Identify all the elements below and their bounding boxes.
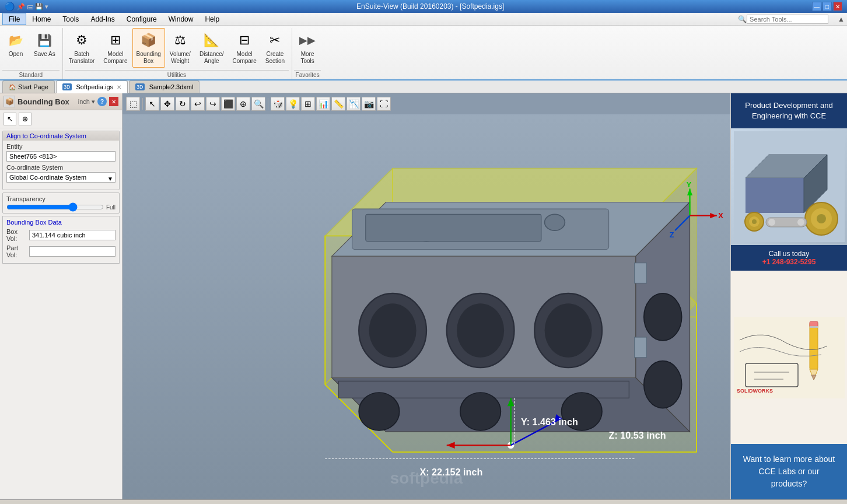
ad-mid-section: SOLIDWORKS [731, 271, 847, 444]
menu-item-home[interactable]: Home [26, 13, 57, 25]
svg-rect-68 [810, 323, 818, 369]
ribbon-btn-open[interactable]: 📂 Open [2, 28, 29, 61]
tab-softpedia-igs[interactable]: 3D Softpedia.igs ✕ [56, 80, 128, 93]
ad-image-area[interactable] [731, 128, 847, 245]
tab-sample-3dxml[interactable]: 3D Sample2.3dxml [129, 80, 200, 93]
transparency-slider[interactable] [6, 204, 104, 211]
coord-dropdown[interactable]: Global Co-ordinate System Custom [6, 172, 116, 183]
ribbon-group-utilities: ⚙ BatchTranslator ⊞ ModelCompare 📦 Bound… [65, 28, 289, 79]
ad-bottom-text: Want to learn more about CCE Labs or our… [731, 444, 847, 499]
batch-translator-icon: ⚙ [72, 31, 91, 50]
vt-fullscreen-btn[interactable]: ⛶ [377, 97, 391, 111]
svg-point-24 [545, 214, 565, 230]
bbox-data-title: Bounding Box Data [6, 219, 116, 226]
svg-point-65 [768, 219, 775, 226]
tab-softpedia-label: Softpedia.igs [76, 83, 114, 90]
menu-item-addins[interactable]: Add-Ins [85, 13, 120, 25]
vt-select-btn[interactable]: ⬚ [126, 97, 140, 111]
model-compare2-icon: ⊟ [235, 31, 254, 50]
ad-call-section: Call us today +1 248-932-5295 [731, 245, 847, 271]
ribbon-btn-create-section[interactable]: ✂ CreateSection [261, 28, 289, 68]
more-tools-icon: ▶▶ [298, 31, 317, 50]
ribbon-btn-saveas[interactable]: 💾 Save As [30, 28, 60, 61]
vt-move-btn[interactable]: ✥ [160, 97, 174, 111]
status-bar [0, 499, 847, 504]
vt-view-btn[interactable]: 🎲 [271, 97, 285, 111]
vt-cursor-btn[interactable]: ↖ [145, 97, 159, 111]
vt-analysis-btn[interactable]: 📉 [346, 97, 360, 111]
start-page-icon: 🏠 [9, 84, 16, 90]
svg-rect-25 [366, 214, 541, 241]
model-viewport-svg: Y: 1.463 inch X: 22.152 inch Z: 10.53 in… [123, 114, 730, 499]
vt-box-select-btn[interactable]: ⬛ [221, 97, 235, 111]
transparency-full-label: Full [106, 204, 116, 211]
svg-rect-27 [635, 337, 647, 358]
panel-help-button[interactable]: ? [97, 97, 107, 106]
entity-input[interactable] [6, 151, 116, 162]
vt-section-btn[interactable]: 📊 [316, 97, 330, 111]
panel-header: 📦 Bounding Box inch ▾ ? ✕ [0, 93, 122, 110]
window-title: EnSuite-View (Build 20160203) - [Softped… [48, 2, 812, 10]
tab-softpedia-close[interactable]: ✕ [117, 84, 121, 90]
maximize-button[interactable]: □ [822, 2, 832, 11]
tabs-bar: 🏠 Start Page 3D Softpedia.igs ✕ 3D Sampl… [0, 80, 847, 93]
create-section-icon: ✂ [265, 31, 284, 50]
menu-item-window[interactable]: Window [163, 13, 200, 25]
panel-close-button[interactable]: ✕ [109, 97, 118, 106]
panel-unit[interactable]: inch ▾ [78, 98, 95, 106]
ribbon-btn-bounding-box[interactable]: 📦 BoundingBox [132, 28, 165, 68]
svg-rect-26 [635, 263, 647, 284]
ribbon-collapse-button[interactable]: ▲ [838, 15, 845, 23]
svg-text:Z: 10.53 inch: Z: 10.53 inch [609, 430, 666, 440]
part-vol-label: Part Vol: [6, 244, 27, 258]
minimize-button[interactable]: — [812, 2, 821, 11]
ribbon-group-standard: 📂 Open 💾 Save As Standard [2, 28, 60, 79]
svg-text:Z: Z [670, 230, 674, 239]
panel-icon-select[interactable]: ↖ [4, 113, 16, 125]
ribbon-btn-volume-weight[interactable]: ⚖ Volume/Weight [166, 28, 195, 68]
ribbon-group-favorites-label: Favorites [294, 70, 321, 79]
close-window-button[interactable]: ✕ [833, 2, 842, 11]
ribbon-btn-batch-translator[interactable]: ⚙ BatchTranslator [65, 28, 99, 68]
vt-wire-btn[interactable]: ⊞ [301, 97, 315, 111]
vt-zoom-fit-btn[interactable]: ⊕ [236, 97, 250, 111]
svg-point-63 [752, 219, 757, 224]
vt-redo-btn[interactable]: ↪ [206, 97, 220, 111]
ribbon-btn-model-compare2[interactable]: ⊟ ModelCompare [229, 28, 261, 68]
box-vol-input[interactable] [29, 230, 116, 240]
ribbon-btn-model-compare[interactable]: ⊞ ModelCompare [99, 28, 131, 68]
vt-undo-btn[interactable]: ↩ [191, 97, 205, 111]
ribbon-group-favorites: ▶▶ MoreTools Favorites [294, 28, 321, 79]
tab-start-page[interactable]: 🏠 Start Page [2, 80, 55, 93]
part-vol-input[interactable] [29, 246, 116, 257]
menu-item-tools[interactable]: Tools [57, 13, 85, 25]
ribbon: 📂 Open 💾 Save As Standard ⚙ BatchTransla… [0, 26, 847, 80]
vt-rotate-btn[interactable]: ↻ [176, 97, 190, 111]
menu-item-help[interactable]: Help [199, 13, 225, 25]
distance-angle-icon: 📐 [202, 31, 221, 50]
ribbon-btn-more-tools[interactable]: ▶▶ MoreTools [294, 28, 321, 68]
menu-item-file[interactable]: File [2, 13, 26, 25]
svg-point-29 [359, 393, 399, 430]
vt-zoom-in-btn[interactable]: 🔍 [251, 97, 265, 111]
svg-point-60 [817, 214, 826, 223]
ad-call-text: Call us today [736, 250, 842, 258]
vt-camera-btn[interactable]: 📷 [362, 97, 376, 111]
vt-display-btn[interactable]: 💡 [286, 97, 300, 111]
menu-item-configure[interactable]: Configure [121, 13, 163, 25]
vt-measure-btn[interactable]: 📏 [331, 97, 345, 111]
panel-icon-align[interactable]: ⊕ [19, 113, 32, 125]
svg-rect-72 [810, 326, 818, 328]
svg-text:Y: Y [687, 180, 692, 189]
viewport[interactable]: ⬚ ↖ ✥ ↻ ↩ ↪ ⬛ ⊕ 🔍 🎲 💡 ⊞ 📊 📏 📉 📷 ⛶ [123, 93, 730, 499]
model-compare-icon: ⊞ [106, 31, 125, 50]
align-section: Align to Co-ordinate System Entity Co-or… [2, 131, 120, 190]
ribbon-divider-1 [62, 28, 63, 79]
ribbon-group-utilities-label: Utilities [65, 70, 289, 79]
ribbon-btn-distance-angle[interactable]: 📐 Distance/Angle [195, 28, 228, 68]
main-layout: 📦 Bounding Box inch ▾ ? ✕ ↖ ⊕ Align to C… [0, 93, 847, 499]
search-input[interactable] [747, 15, 828, 24]
svg-rect-67 [734, 317, 845, 398]
transparency-section: Transparency Full [2, 192, 120, 214]
svg-point-30 [460, 393, 501, 430]
